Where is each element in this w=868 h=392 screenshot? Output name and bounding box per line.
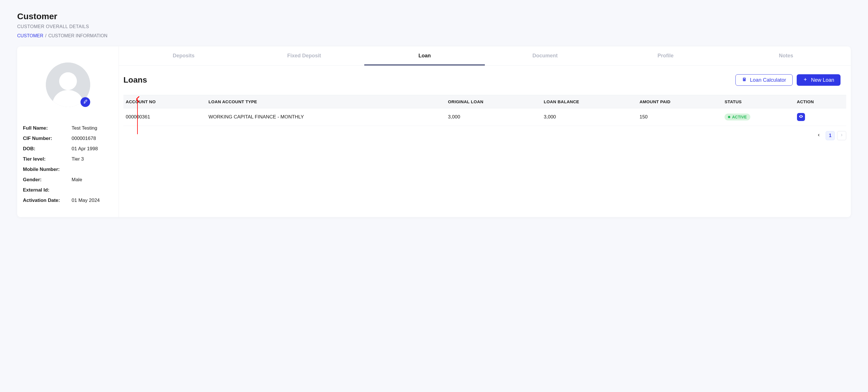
pagination-page-1[interactable]: 1 bbox=[826, 131, 835, 140]
cell-status: ACTIVE bbox=[722, 108, 795, 126]
tab-notes[interactable]: Notes bbox=[726, 47, 846, 65]
tab-fixed-deposit[interactable]: Fixed Deposit bbox=[244, 47, 365, 65]
calculator-icon bbox=[742, 77, 747, 83]
customer-sidebar: Full Name: Test Testing CIF Number: 0000… bbox=[17, 47, 119, 217]
view-loan-button[interactable] bbox=[797, 113, 805, 121]
chevron-right-icon bbox=[840, 133, 844, 138]
pagination: 1 bbox=[119, 126, 851, 140]
label-gender: Gender: bbox=[23, 177, 71, 183]
value-activation-date: 01 May 2024 bbox=[71, 198, 113, 203]
svg-point-8 bbox=[800, 116, 801, 117]
label-activation-date: Activation Date: bbox=[23, 198, 71, 203]
breadcrumb-current: CUSTOMER INFORMATION bbox=[49, 33, 108, 38]
breadcrumb-separator: / bbox=[45, 33, 46, 38]
col-original-loan: ORIGINAL LOAN bbox=[445, 95, 541, 108]
cell-amount-paid: 150 bbox=[637, 108, 722, 126]
new-loan-label: New Loan bbox=[811, 77, 834, 83]
value-gender: Male bbox=[71, 177, 113, 183]
value-cif-number: 000001678 bbox=[71, 136, 113, 141]
eye-icon bbox=[799, 114, 803, 120]
pagination-prev[interactable] bbox=[814, 131, 823, 140]
status-dot-icon bbox=[728, 116, 730, 118]
label-cif-number: CIF Number: bbox=[23, 136, 71, 141]
cell-loan-type: WORKING CAPITAL FINANCE - MONTHLY bbox=[206, 108, 445, 126]
svg-point-5 bbox=[745, 79, 745, 80]
label-tier-level: Tier level: bbox=[23, 156, 71, 162]
loan-calculator-button[interactable]: Loan Calculator bbox=[736, 74, 793, 86]
status-badge-label: ACTIVE bbox=[732, 115, 747, 119]
col-account-no: ACCOUNT NO bbox=[123, 95, 206, 108]
label-full-name: Full Name: bbox=[23, 125, 71, 131]
value-dob: 01 Apr 1998 bbox=[71, 146, 113, 152]
svg-point-7 bbox=[745, 80, 745, 81]
label-external-id: External Id: bbox=[23, 187, 71, 193]
loan-calculator-label: Loan Calculator bbox=[750, 77, 786, 83]
chevron-left-icon bbox=[817, 133, 821, 138]
col-action: ACTION bbox=[795, 95, 846, 108]
status-badge: ACTIVE bbox=[724, 114, 750, 120]
col-loan-balance: LOAN BALANCE bbox=[541, 95, 637, 108]
plus-icon bbox=[803, 77, 808, 83]
label-mobile-number: Mobile Number: bbox=[23, 167, 71, 172]
svg-rect-2 bbox=[743, 78, 745, 81]
tab-profile[interactable]: Profile bbox=[606, 47, 726, 65]
cell-loan-balance: 3,000 bbox=[541, 108, 637, 126]
tab-document[interactable]: Document bbox=[485, 47, 606, 65]
main-panel: Deposits Fixed Deposit Loan Document Pro… bbox=[119, 47, 851, 217]
tab-deposits[interactable]: Deposits bbox=[123, 47, 244, 65]
breadcrumb-link-customer[interactable]: CUSTOMER bbox=[17, 33, 43, 38]
breadcrumb: CUSTOMER / CUSTOMER INFORMATION bbox=[17, 33, 851, 38]
page-subtitle: CUSTOMER OVERALL DETAILS bbox=[17, 24, 851, 29]
svg-rect-3 bbox=[743, 78, 745, 79]
label-dob: DOB: bbox=[23, 146, 71, 152]
page-title: Customer bbox=[17, 11, 851, 21]
new-loan-button[interactable]: New Loan bbox=[797, 74, 840, 86]
svg-point-1 bbox=[59, 72, 77, 90]
edit-icon bbox=[83, 99, 88, 105]
cell-original-loan: 3,000 bbox=[445, 108, 541, 126]
avatar-edit-button[interactable] bbox=[81, 97, 90, 107]
col-loan-type: LOAN ACCOUNT TYPE bbox=[206, 95, 445, 108]
loans-table: ACCOUNT NO LOAN ACCOUNT TYPE ORIGINAL LO… bbox=[123, 95, 846, 126]
col-status: STATUS bbox=[722, 95, 795, 108]
svg-point-4 bbox=[743, 79, 744, 80]
value-full-name: Test Testing bbox=[71, 125, 113, 131]
tab-loan[interactable]: Loan bbox=[364, 47, 485, 65]
table-row: 000000361 WORKING CAPITAL FINANCE - MONT… bbox=[123, 108, 846, 126]
svg-point-6 bbox=[743, 80, 744, 81]
value-tier-level: Tier 3 bbox=[71, 156, 113, 162]
section-title-loans: Loans bbox=[123, 76, 147, 85]
cell-account-no: 000000361 bbox=[123, 108, 206, 126]
pagination-next[interactable] bbox=[837, 131, 846, 140]
col-amount-paid: AMOUNT PAID bbox=[637, 95, 722, 108]
